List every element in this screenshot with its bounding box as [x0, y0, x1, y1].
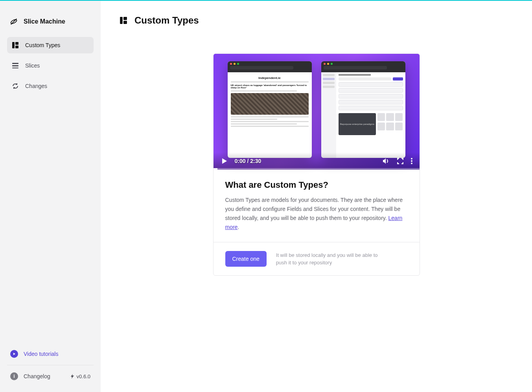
svg-rect-6: [12, 65, 18, 66]
sidebar-item-custom-types[interactable]: Custom Types: [7, 37, 94, 53]
nav: Custom Types Slices Changes: [7, 37, 94, 94]
brand: Slice Machine: [7, 9, 94, 37]
version-text: v0.6.0: [77, 374, 90, 379]
card-body: What are Custom Types? Custom Types are …: [214, 170, 420, 242]
video-tutorials-link[interactable]: Video tutorials: [7, 344, 94, 363]
divider: [7, 365, 94, 365]
svg-rect-5: [12, 63, 18, 64]
sidebar-item-label: Slices: [25, 62, 40, 69]
lightning-icon: [70, 374, 74, 379]
version-badge: v0.6.0: [70, 374, 90, 379]
svg-rect-4: [15, 46, 18, 48]
svg-marker-12: [222, 158, 227, 164]
svg-rect-3: [15, 42, 18, 45]
page-title: Custom Types: [134, 15, 199, 26]
svg-rect-11: [123, 21, 127, 24]
sidebar-footer: Video tutorials i Changelog v0.6.0: [7, 344, 94, 386]
video-progress-bar[interactable]: [214, 168, 420, 170]
sidebar-item-slices[interactable]: Slices: [7, 57, 94, 74]
card-description-text: Custom Types are models for your documen…: [225, 197, 403, 221]
mock-browser-editor: Repurpose enterprise paradigms: [321, 61, 405, 158]
card-footer: Create one It will be stored locally and…: [214, 242, 420, 275]
svg-point-14: [411, 160, 412, 162]
sidebar: Slice Machine Custom Types Slices Change…: [0, 1, 101, 392]
svg-point-13: [411, 158, 412, 159]
main: Custom Types Independent.ie UK airport c…: [101, 1, 532, 392]
onboarding-card: Independent.ie UK airport chaos as lugga…: [213, 53, 420, 276]
sidebar-item-changes[interactable]: Changes: [7, 78, 94, 94]
custom-types-icon: [12, 42, 19, 49]
brand-name: Slice Machine: [24, 18, 65, 25]
changes-icon: [12, 82, 19, 90]
page-header: Custom Types: [120, 15, 513, 26]
volume-button[interactable]: [382, 157, 390, 165]
card-heading: What are Custom Types?: [225, 180, 408, 190]
cta-hint: It will be stored locally and you will b…: [276, 251, 378, 267]
svg-point-15: [411, 163, 412, 164]
svg-rect-2: [12, 42, 15, 48]
changelog-link[interactable]: i Changelog v0.6.0: [7, 367, 94, 386]
sidebar-item-label: Custom Types: [25, 42, 60, 48]
video-tutorials-label: Video tutorials: [24, 351, 58, 357]
slice-machine-logo-icon: [9, 17, 18, 26]
mock-headline: UK airport chaos as luggage 'abandoned' …: [231, 84, 309, 89]
more-options-button[interactable]: [411, 158, 412, 165]
create-one-button[interactable]: Create one: [225, 251, 267, 267]
changelog-label: Changelog: [24, 373, 50, 379]
svg-rect-10: [123, 17, 127, 20]
video-controls: 0:00 / 2:30: [214, 152, 420, 170]
fullscreen-button[interactable]: [397, 158, 404, 165]
svg-marker-8: [13, 353, 15, 355]
sidebar-item-label: Changes: [25, 83, 47, 89]
mock-browser-website: Independent.ie UK airport chaos as lugga…: [228, 61, 312, 158]
video-preview[interactable]: Independent.ie UK airport chaos as lugga…: [214, 54, 420, 170]
play-button[interactable]: [221, 158, 228, 165]
slices-icon: [12, 62, 19, 69]
app-root: Slice Machine Custom Types Slices Change…: [0, 0, 532, 392]
svg-rect-9: [120, 17, 123, 24]
card-description-end: .: [237, 224, 239, 230]
mock-site-brand: Independent.ie: [231, 76, 309, 80]
video-time-display: 0:00 / 2:30: [235, 158, 261, 164]
svg-rect-7: [12, 68, 18, 68]
card-description: Custom Types are models for your documen…: [225, 196, 408, 232]
play-circle-icon: [10, 350, 18, 358]
info-icon: i: [10, 372, 18, 380]
custom-types-icon: [120, 16, 127, 24]
